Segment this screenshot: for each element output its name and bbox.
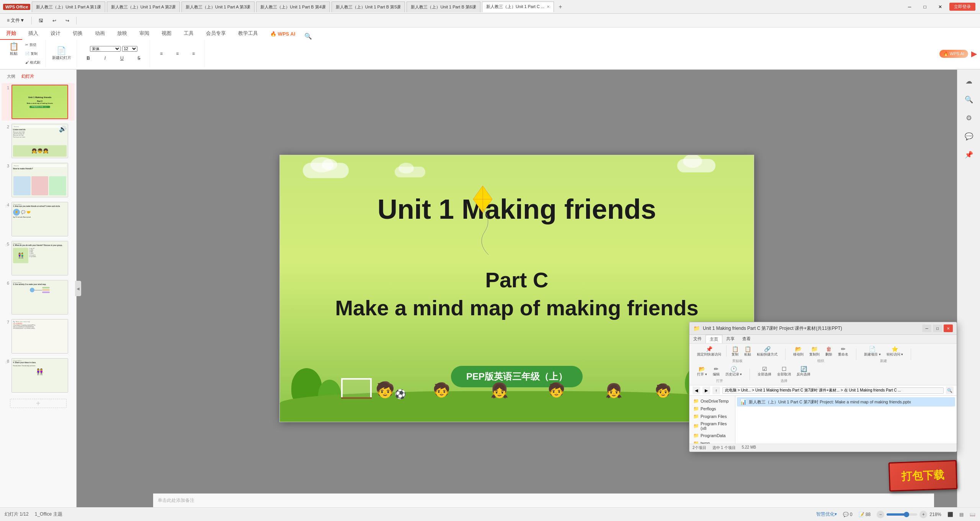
ribbon-btn-copy[interactable]: 📄 复制 xyxy=(23,50,42,58)
font-size-select[interactable]: 12 xyxy=(122,46,137,52)
right-panel-btn-pin[interactable]: 📌 xyxy=(960,146,977,163)
slide-item-7[interactable]: 7 🐾 Make your mind map Tips: 你要做的: ①先在草稿… xyxy=(2,318,75,355)
tab-4[interactable]: 新人教三（上）Unit 1 Part B 第4课 xyxy=(256,2,330,12)
fm-move-btn[interactable]: 📂 移动到 xyxy=(791,345,806,358)
save-btn[interactable]: 🖫 xyxy=(35,16,47,25)
undo-btn[interactable]: ↩ xyxy=(49,16,60,25)
underline-button[interactable]: U xyxy=(114,55,130,62)
fm-history-btn[interactable]: 🕐 历史记录 ▾ xyxy=(723,365,745,378)
start-slideshow-button[interactable]: ▶ xyxy=(971,49,977,58)
outline-view[interactable]: 大纲 xyxy=(5,73,18,80)
login-button[interactable]: 立即登录 xyxy=(949,3,975,11)
fm-sidebar-programfiles-x86[interactable]: 📁 Program Files (x8 xyxy=(691,420,733,432)
slide-item-4[interactable]: 4 ☆ Presentation 1. How can you make fri… xyxy=(2,200,75,238)
strikethrough-button[interactable]: S̶ xyxy=(131,55,147,62)
slide-thumb-1[interactable]: Unit 1 Making friends Part C Make a mind… xyxy=(11,85,68,119)
view-reading-btn[interactable]: 📖 xyxy=(970,512,975,517)
zoom-in-btn[interactable]: + xyxy=(920,511,927,518)
slide-item-1[interactable]: 1 Unit 1 Making friends Part C Make a mi… xyxy=(2,83,75,121)
fm-tab-home[interactable]: 主页 xyxy=(706,335,722,343)
slide-item-6[interactable]: 6 Presentation 3. Use activity 2 to make… xyxy=(2,279,75,316)
fm-edit-btn[interactable]: ✏ 编辑 xyxy=(710,365,722,378)
slide-item-8[interactable]: 8 ☆ Presentation 4. Share your ideas in … xyxy=(2,357,75,394)
right-panel-btn-settings[interactable]: ⚙ xyxy=(960,110,977,126)
fm-pin-btn[interactable]: 📌 固定到快速访问 xyxy=(695,345,724,358)
slide-thumb-8[interactable]: Presentation 4. Share your ideas in clas… xyxy=(11,358,68,393)
fm-back-btn[interactable]: ◀ xyxy=(693,387,700,394)
download-badge[interactable]: 打包下载 xyxy=(889,460,958,492)
slide-thumb-5[interactable]: Presentation 2. What do you do with your… xyxy=(11,241,68,275)
close-button[interactable]: ✕ xyxy=(934,2,946,11)
slide-item-3[interactable]: 3 Review How to make friends? xyxy=(2,161,75,199)
zoom-out-btn[interactable]: − xyxy=(877,511,884,518)
fm-deselect-btn[interactable]: ☐ 全部取消 xyxy=(775,365,793,378)
slide-thumb-4[interactable]: Presentation 1. How can you make friends… xyxy=(11,202,68,236)
tab-7-active[interactable]: 新人教三（上）Unit 1 Part C ... ✕ xyxy=(482,2,554,12)
fm-tab-file[interactable]: 文件 xyxy=(689,335,706,343)
fm-sidebar-onedrive[interactable]: 📁 OneDriveTemp xyxy=(691,397,733,405)
fm-sidebar-perflogs[interactable]: 📁 Perflogs xyxy=(691,405,733,413)
ribbon-btn-cut[interactable]: ✂ 剪切 xyxy=(23,41,42,49)
align-right-btn[interactable]: ≡ xyxy=(186,49,201,58)
fm-forward-btn[interactable]: ▶ xyxy=(702,387,710,394)
star-icon-4[interactable]: ☆ xyxy=(5,203,9,209)
ribbon-btn-paste[interactable]: 📋 粘贴 xyxy=(6,41,21,67)
slide-thumb-6[interactable]: Presentation 3. Use activity 2 to make y… xyxy=(11,280,68,315)
tab-close-icon[interactable]: ✕ xyxy=(547,5,550,9)
fm-tab-share[interactable]: 共享 xyxy=(722,335,738,343)
fm-maximize-btn[interactable]: □ xyxy=(933,324,942,332)
slide-thumb-2[interactable]: Review Listen and do Wave your hand. Hel… xyxy=(11,124,68,158)
ribbon-btn-format[interactable]: 🖌 格式刷 xyxy=(23,59,42,67)
smart-optimize[interactable]: 智慧优化▾ xyxy=(816,511,837,518)
right-panel-btn-cloud[interactable]: ☁ xyxy=(960,73,977,90)
align-center-btn[interactable]: ≡ xyxy=(170,49,185,58)
fm-easy-access-btn[interactable]: ⭐ 轻松访问 ▾ xyxy=(884,345,906,358)
fm-sidebar-temp[interactable]: 📁 temp xyxy=(691,439,733,444)
zoom-slider[interactable] xyxy=(887,513,917,516)
fm-select-all-btn[interactable]: ☑ 全部选择 xyxy=(755,365,774,378)
fm-copy2-btn[interactable]: 📁 复制到 xyxy=(807,345,822,358)
fm-tab-view[interactable]: 查看 xyxy=(738,335,755,343)
view-slide-btn[interactable]: ▤ xyxy=(959,512,964,517)
wps-ai-button[interactable]: 🔥 WPS AI xyxy=(939,50,968,58)
zoom-thumb[interactable] xyxy=(904,512,909,517)
right-panel-btn-comment[interactable]: 💬 xyxy=(960,128,977,145)
panel-toggle[interactable]: ◀ xyxy=(75,281,81,296)
tab-2[interactable]: 新人教三（上）Unit 1 Part A 第2课 xyxy=(107,2,180,12)
fm-sidebar-programdata[interactable]: 📁 ProgramData xyxy=(691,432,733,439)
ribbon-btn-new-slide[interactable]: 📄 新建幻灯片 xyxy=(50,45,74,62)
star-icon-8[interactable]: ☆ xyxy=(5,360,9,365)
slide-thumb-7[interactable]: 🐾 Make your mind map Tips: 你要做的: ①先在草稿纸上… xyxy=(11,319,68,354)
tab-add-button[interactable]: + xyxy=(555,2,565,12)
fm-up-btn[interactable]: ↑ xyxy=(712,387,720,394)
fm-address-input[interactable] xyxy=(722,387,944,394)
fm-close-btn[interactable]: ✕ xyxy=(944,324,953,332)
fm-minimize-btn[interactable]: ─ xyxy=(922,324,931,332)
tab-1[interactable]: 新人教三（上）Unit 1 Part A 第1课 xyxy=(32,2,105,12)
tab-5[interactable]: 新人教三（上）Unit 1 Part B 第5课 xyxy=(332,2,405,12)
view-normal-btn[interactable]: ⬛ xyxy=(947,512,953,517)
file-menu[interactable]: ≡ 文件▼ xyxy=(3,16,28,25)
italic-button[interactable]: I xyxy=(98,55,113,62)
fm-rename-btn[interactable]: ✏ 重命名 xyxy=(836,345,851,358)
slide-item-5[interactable]: 5 ☆ Presentation 2. What do you do with … xyxy=(2,239,75,277)
right-panel-btn-zoom[interactable]: 🔍 xyxy=(960,91,977,108)
fm-delete-btn[interactable]: 🗑 删除 xyxy=(823,345,835,358)
fm-open-btn[interactable]: 📂 打开 ▾ xyxy=(695,365,709,378)
add-note-area[interactable]: 单击此处添加备注 xyxy=(153,493,934,507)
fm-sidebar-programfiles[interactable]: 📁 Program Files xyxy=(691,413,733,420)
bold-button[interactable]: B xyxy=(81,55,96,62)
font-family-select[interactable]: 宋体 xyxy=(90,46,121,52)
fm-shortcut-btn[interactable]: 🔗 粘贴快捷方式 xyxy=(755,345,780,358)
redo-btn[interactable]: ↪ xyxy=(62,16,73,25)
align-left-btn[interactable]: ≡ xyxy=(154,49,169,58)
slide-view[interactable]: 幻灯片 xyxy=(19,73,36,80)
tab-3[interactable]: 新人教三（上）Unit 1 Part A 第3课 xyxy=(181,2,255,12)
slide-thumb-3[interactable]: Review How to make friends? xyxy=(11,163,68,197)
star-icon-5[interactable]: ☆ xyxy=(5,242,9,248)
fm-copy-btn[interactable]: 📋 复制 xyxy=(729,345,741,358)
maximize-button[interactable]: □ xyxy=(919,2,931,11)
slide-item-2[interactable]: 2 Review Listen and do Wave your hand. H… xyxy=(2,122,75,160)
fm-new-item-btn[interactable]: 📄 新建项目 ▾ xyxy=(862,345,883,358)
fm-invert-btn[interactable]: 🔄 反向选择 xyxy=(794,365,813,378)
